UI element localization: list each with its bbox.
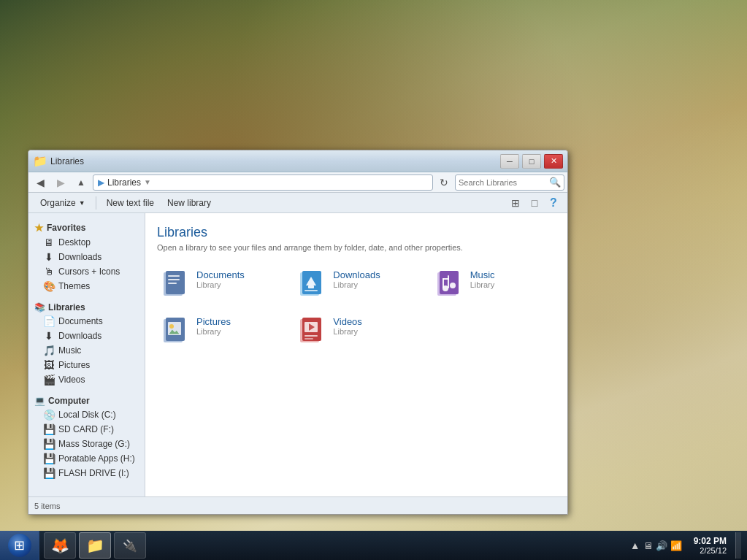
music-label: Music (58, 345, 81, 356)
address-caret-icon: ▼ (144, 178, 151, 186)
sidebar-item-desktop[interactable]: 🖥 Desktop (28, 235, 145, 250)
tray-arrow-icon[interactable]: ▲ (630, 540, 640, 551)
favorites-star-icon: ★ (34, 222, 44, 234)
computer-section[interactable]: 💻 Computer (28, 393, 145, 407)
svg-point-20 (169, 324, 174, 329)
forward-button[interactable]: ▶ (52, 174, 69, 191)
tray-network-icon[interactable]: 📶 (670, 540, 682, 551)
themes-icon: 🎨 (43, 280, 55, 292)
favorites-section[interactable]: ★ Favorites (28, 219, 145, 235)
sidebar-item-cursors[interactable]: 🖱 Cursors + Icons (28, 264, 145, 279)
clock-area[interactable]: 9:02 PM 2/25/12 (689, 536, 731, 555)
sidebar-item-videos[interactable]: 🎬 Videos (28, 372, 145, 387)
library-item-videos[interactable]: Videos Library (294, 313, 418, 348)
up-button[interactable]: ▲ (72, 174, 90, 191)
library-item-downloads[interactable]: Downloads Library (294, 266, 418, 302)
videos-library-icon (296, 316, 326, 345)
sidebar-item-local-disk[interactable]: 💿 Local Disk (C:) (28, 407, 145, 422)
firefox-icon: 🦊 (51, 537, 69, 554)
flash-drive-icon: 💾 (43, 467, 55, 479)
taskbar-right: ▲ 🖥 🔊 📶 9:02 PM 2/25/12 (621, 531, 747, 560)
svg-rect-3 (168, 279, 180, 280)
clock-time: 9:02 PM (694, 536, 727, 546)
local-disk-icon: 💿 (43, 409, 55, 421)
tray-volume-icon[interactable]: 🔊 (656, 540, 667, 551)
window-controls: ─ □ ✕ (500, 154, 563, 169)
help-button[interactable]: ? (545, 195, 562, 211)
desktop: 📁 Libraries ─ □ ✕ ◀ ▶ ▲ ▶ Libraries ▼ ↻ … (0, 0, 747, 560)
organize-button[interactable]: Organize ▼ (34, 195, 91, 211)
show-desktop-button[interactable] (735, 532, 741, 559)
address-text: Libraries (107, 177, 141, 188)
search-box[interactable]: 🔍 (455, 174, 564, 191)
desktop-icon: 🖥 (43, 237, 55, 248)
videos-icon: 🎬 (43, 374, 55, 386)
sidebar-item-pictures[interactable]: 🖼 Pictures (28, 358, 145, 372)
address-field[interactable]: ▶ Libraries ▼ (93, 174, 433, 191)
pictures-label: Pictures (58, 360, 90, 370)
cursors-icon: 🖱 (43, 266, 55, 277)
toolbar: Organize ▼ New text file New library ⊞ □… (28, 193, 567, 213)
pictures-icon: 🖼 (43, 359, 55, 371)
svg-rect-9 (304, 290, 318, 291)
view-menu-button[interactable]: ⊞ (507, 195, 524, 211)
start-button[interactable]: ⊞ (0, 531, 39, 560)
documents-icon: 📄 (43, 315, 55, 327)
library-item-pictures[interactable]: Pictures Library (157, 313, 282, 348)
minimize-button[interactable]: ─ (500, 154, 519, 169)
documents-library-type: Library (196, 280, 245, 289)
libraries-section[interactable]: 📚 Libraries (28, 299, 145, 314)
new-text-file-button[interactable]: New text file (101, 195, 160, 211)
music-library-icon (434, 269, 463, 299)
status-bar: 5 items (28, 496, 567, 514)
videos-label: Videos (58, 375, 85, 385)
library-item-documents[interactable]: Documents Library (157, 266, 282, 302)
library-item-music[interactable]: Music Library (431, 266, 556, 302)
taskbar-firefox[interactable]: 🦊 (44, 532, 76, 559)
new-library-button[interactable]: New library (161, 195, 217, 211)
music-library-info: Music Library (470, 269, 495, 289)
sidebar-item-downloads-fav[interactable]: ⬇ Downloads (28, 250, 145, 264)
sidebar-item-flash-drive[interactable]: 💾 FLASH DRIVE (I:) (28, 466, 145, 480)
svg-rect-16 (443, 278, 449, 280)
computer-label: Computer (48, 396, 90, 406)
search-input[interactable] (459, 178, 546, 187)
documents-library-name: Documents (196, 269, 245, 280)
address-bar: ◀ ▶ ▲ ▶ Libraries ▼ ↻ 🔍 (28, 172, 567, 193)
sidebar-divider-2 (28, 387, 145, 393)
svg-rect-8 (308, 285, 314, 288)
pictures-library-name: Pictures (196, 316, 231, 327)
organize-arrow-icon: ▼ (79, 199, 85, 207)
libraries-folder-icon: 📚 (34, 302, 45, 312)
library-grid: Documents Library (157, 266, 556, 348)
preview-pane-button[interactable]: □ (526, 195, 543, 211)
portable-apps-icon: 💾 (43, 453, 55, 464)
sidebar-item-downloads-lib[interactable]: ⬇ Downloads (28, 329, 145, 343)
sd-card-icon: 💾 (43, 423, 55, 435)
sidebar-divider-1 (28, 294, 145, 299)
new-library-label: New library (167, 198, 211, 208)
sidebar-item-mass-storage[interactable]: 💾 Mass Storage (G:) (28, 437, 145, 451)
sidebar-item-music[interactable]: 🎵 Music (28, 343, 145, 358)
local-disk-label: Local Disk (C:) (58, 410, 116, 420)
svg-rect-15 (443, 278, 444, 288)
sidebar-item-documents[interactable]: 📄 Documents (28, 314, 145, 329)
main-content: Libraries Open a library to see your fil… (145, 213, 567, 496)
maximize-button[interactable]: □ (522, 154, 541, 169)
taskbar-explorer[interactable]: 📁 (79, 532, 111, 559)
documents-label: Documents (58, 316, 103, 326)
sidebar-item-portable-apps[interactable]: 💾 Poratable Apps (H:) (28, 451, 145, 466)
documents-library-info: Documents Library (196, 269, 245, 289)
taskbar-connect[interactable]: 🔌 (114, 532, 146, 559)
downloads-fav-icon: ⬇ (43, 251, 55, 263)
sidebar-item-themes[interactable]: 🎨 Themes (28, 279, 145, 294)
back-button[interactable]: ◀ (31, 174, 49, 191)
connect-icon: 🔌 (123, 539, 137, 553)
tray-monitor-icon[interactable]: 🖥 (643, 540, 653, 551)
address-arrow-icon: ▶ (98, 177, 104, 188)
refresh-button[interactable]: ↻ (436, 174, 452, 191)
svg-rect-26 (304, 335, 318, 337)
sidebar: ★ Favorites 🖥 Desktop ⬇ Downloads 🖱 Curs… (28, 213, 145, 496)
close-button[interactable]: ✕ (544, 154, 563, 169)
sidebar-item-sd-card[interactable]: 💾 SD CARD (F:) (28, 422, 145, 437)
